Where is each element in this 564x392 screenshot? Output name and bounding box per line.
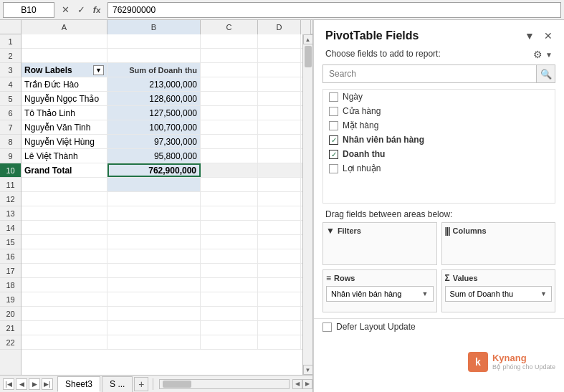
- cell-C22[interactable]: [201, 335, 258, 349]
- cell-D15[interactable]: [258, 235, 301, 249]
- tab-sheet3[interactable]: Sheet3: [57, 376, 100, 392]
- field-checkbox-doanhthu[interactable]: [329, 150, 338, 159]
- cell-D2[interactable]: [258, 49, 301, 62]
- add-sheet-button[interactable]: +: [134, 377, 148, 391]
- cell-D22[interactable]: [258, 335, 301, 349]
- rows-dropdown[interactable]: Nhân viên bán hàng ▼: [326, 286, 434, 302]
- list-item[interactable]: Lợi nhuận: [323, 161, 555, 176]
- cell-name-box[interactable]: B10: [3, 2, 54, 18]
- cell-D7[interactable]: [258, 120, 301, 134]
- pivot-dropdown-arrow-header[interactable]: ▼: [545, 51, 553, 59]
- cell-C5[interactable]: [201, 92, 258, 105]
- cell-A4[interactable]: Trần Đức Hào: [21, 77, 107, 91]
- cell-A5[interactable]: Nguyễn Ngọc Thảo: [21, 92, 107, 105]
- field-checkbox-loinhan[interactable]: [329, 164, 338, 173]
- cell-B20[interactable]: [107, 307, 201, 320]
- pivot-gear-icon[interactable]: ⚙: [533, 49, 543, 60]
- cell-A7[interactable]: Nguyễn Văn Tinh: [21, 120, 107, 134]
- h-scroll-right[interactable]: ▶: [302, 379, 312, 389]
- cancel-icon[interactable]: ✕: [59, 4, 72, 16]
- cell-D13[interactable]: [258, 206, 301, 220]
- cell-C4[interactable]: [201, 77, 258, 91]
- cell-D1[interactable]: [258, 34, 301, 48]
- cell-C15[interactable]: [201, 235, 258, 249]
- cell-A11[interactable]: [21, 178, 107, 191]
- cell-B6[interactable]: 127,500,000: [107, 106, 201, 120]
- cell-B1[interactable]: [107, 34, 201, 48]
- cell-C10[interactable]: [201, 163, 258, 177]
- cell-C1[interactable]: [201, 34, 258, 48]
- cell-C7[interactable]: [201, 120, 258, 134]
- cell-B11[interactable]: [107, 178, 201, 191]
- cell-B19[interactable]: [107, 292, 201, 306]
- values-dropdown[interactable]: Sum of Doanh thu ▼: [445, 286, 553, 302]
- cell-A15[interactable]: [21, 235, 107, 249]
- cell-B5[interactable]: 128,600,000: [107, 92, 201, 105]
- tab-last-btn[interactable]: ▶|: [42, 378, 53, 390]
- cell-B9[interactable]: 95,800,000: [107, 149, 201, 163]
- tab-next-btn[interactable]: ▶: [29, 378, 40, 390]
- cell-D12[interactable]: [258, 192, 301, 206]
- cell-A8[interactable]: Nguyễn Việt Hùng: [21, 135, 107, 148]
- cell-B17[interactable]: [107, 264, 201, 277]
- cell-D11[interactable]: [258, 178, 301, 191]
- cell-A2[interactable]: [21, 49, 107, 62]
- scroll-down-arrow[interactable]: ▼: [303, 365, 313, 375]
- cell-A13[interactable]: [21, 206, 107, 220]
- scroll-track[interactable]: [303, 44, 313, 365]
- cell-D20[interactable]: [258, 307, 301, 320]
- tab-first-btn[interactable]: |◀: [3, 378, 14, 390]
- scroll-thumb[interactable]: [305, 46, 312, 67]
- cell-A22[interactable]: [21, 335, 107, 349]
- cell-D17[interactable]: [258, 264, 301, 277]
- cell-D3[interactable]: [258, 63, 301, 77]
- cell-B10[interactable]: 762,900,000: [107, 163, 201, 177]
- cell-A21[interactable]: [21, 321, 107, 335]
- cell-D21[interactable]: [258, 321, 301, 335]
- pivot-collapse-icon[interactable]: ▼: [522, 29, 537, 43]
- cell-C8[interactable]: [201, 135, 258, 148]
- cell-A18[interactable]: [21, 278, 107, 292]
- cell-B13[interactable]: [107, 206, 201, 220]
- cell-C6[interactable]: [201, 106, 258, 120]
- list-item[interactable]: Ngày: [323, 90, 555, 104]
- cell-C18[interactable]: [201, 278, 258, 292]
- cell-D5[interactable]: [258, 92, 301, 105]
- cell-B16[interactable]: [107, 249, 201, 263]
- cell-B7[interactable]: 100,700,000: [107, 120, 201, 134]
- cell-C3[interactable]: [201, 63, 258, 77]
- pivot-close-icon[interactable]: ✕: [541, 29, 555, 43]
- cell-D6[interactable]: [258, 106, 301, 120]
- cell-A20[interactable]: [21, 307, 107, 320]
- field-checkbox-nhanvien[interactable]: [329, 135, 338, 145]
- list-item[interactable]: Nhân viên bán hàng: [323, 133, 555, 147]
- cell-D16[interactable]: [258, 249, 301, 263]
- vertical-scrollbar[interactable]: ▲ ▼: [302, 34, 312, 375]
- cell-A10[interactable]: Grand Total: [21, 163, 107, 177]
- cell-B15[interactable]: [107, 235, 201, 249]
- cell-C9[interactable]: [201, 149, 258, 163]
- cell-C17[interactable]: [201, 264, 258, 277]
- tab-sheet-s[interactable]: S ...: [102, 376, 133, 392]
- cell-C11[interactable]: [201, 178, 258, 191]
- cell-A9[interactable]: Lê Việt Thành: [21, 149, 107, 163]
- cell-A17[interactable]: [21, 264, 107, 277]
- cell-B22[interactable]: [107, 335, 201, 349]
- cell-B3[interactable]: Sum of Doanh thu: [107, 63, 201, 77]
- defer-layout-checkbox[interactable]: [322, 322, 332, 332]
- function-icon[interactable]: fx: [90, 4, 103, 16]
- cell-C14[interactable]: [201, 221, 258, 234]
- list-item[interactable]: Cửa hàng: [323, 104, 555, 118]
- cell-D10[interactable]: [258, 163, 301, 177]
- cell-B18[interactable]: [107, 278, 201, 292]
- h-scroll-left[interactable]: ◀: [292, 379, 302, 389]
- cell-D19[interactable]: [258, 292, 301, 306]
- cell-D9[interactable]: [258, 149, 301, 163]
- list-item[interactable]: Doanh thu: [323, 147, 555, 161]
- cell-D4[interactable]: [258, 77, 301, 91]
- list-item[interactable]: Mặt hàng: [323, 118, 555, 133]
- cell-C21[interactable]: [201, 321, 258, 335]
- cell-B21[interactable]: [107, 321, 201, 335]
- cell-A6[interactable]: Tô Thảo Linh: [21, 106, 107, 120]
- cell-A16[interactable]: [21, 249, 107, 263]
